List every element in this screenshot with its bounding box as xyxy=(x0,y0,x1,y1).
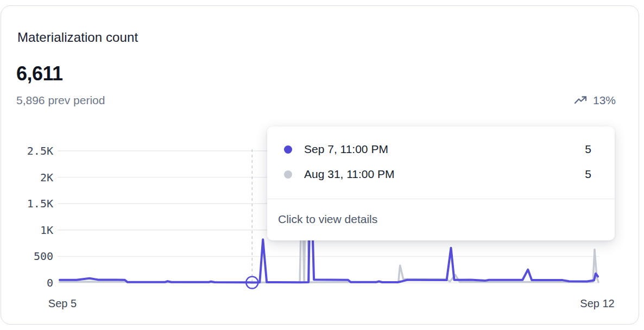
materialization-count-card: Materialization count 6,611 5,896 prev p… xyxy=(1,5,639,325)
y-axis-tick-label: 2K xyxy=(40,171,53,184)
current-series-dot-icon xyxy=(284,145,292,154)
y-axis-tick-label: 0 xyxy=(47,276,53,289)
insights-page: Materialization count 6,611 5,896 prev p… xyxy=(0,0,644,330)
tooltip-hint: Click to view details xyxy=(267,199,615,227)
tooltip-row-current: Sep 7, 11:00 PM 5 xyxy=(267,140,615,158)
tooltip-value-previous: 5 xyxy=(585,168,591,181)
tooltip-row-previous: Aug 31, 11:00 PM 5 xyxy=(267,165,615,183)
tooltip-value-current: 5 xyxy=(585,143,591,156)
y-axis-tick-label: 1.5K xyxy=(27,197,53,210)
tooltip-date-previous: Aug 31, 11:00 PM xyxy=(304,168,585,181)
y-axis-tick-label: 500 xyxy=(34,250,53,263)
x-axis-tick-label: Sep 5 xyxy=(48,297,77,309)
previous-series-dot-icon xyxy=(284,170,292,179)
x-axis-tick-label: Sep 12 xyxy=(580,297,614,309)
y-axis-tick-label: 1K xyxy=(40,224,53,237)
y-axis-tick-label: 2.5K xyxy=(27,144,53,157)
tooltip-date-current: Sep 7, 11:00 PM xyxy=(304,143,585,156)
chart-tooltip[interactable]: Sep 7, 11:00 PM 5 Aug 31, 11:00 PM 5 Cli… xyxy=(267,126,615,240)
